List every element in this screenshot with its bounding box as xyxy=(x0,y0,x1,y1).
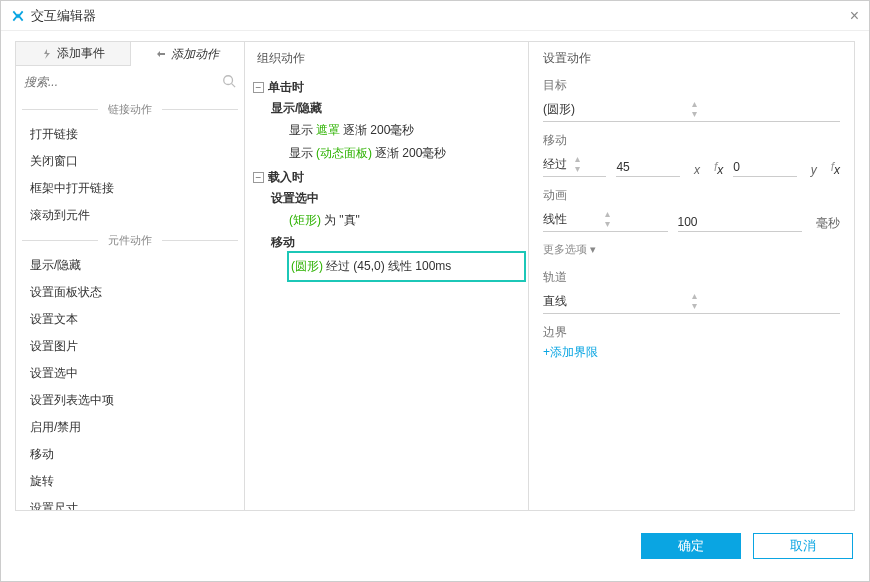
track-dropdown[interactable]: 直线 ▴▾ xyxy=(543,289,840,314)
cancel-button[interactable]: 取消 xyxy=(753,533,853,559)
stepper-icon: ▴▾ xyxy=(575,154,607,174)
tab-add-action[interactable]: 添加动作 xyxy=(131,42,245,66)
tab-add-event[interactable]: 添加事件 xyxy=(16,42,131,66)
action-node-showhide[interactable]: 显示/隐藏 xyxy=(271,98,520,119)
collapse-icon[interactable]: − xyxy=(253,172,264,183)
field-animate: 动画 线性 ▴▾ 毫秒 xyxy=(543,187,840,232)
ok-button[interactable]: 确定 xyxy=(641,533,741,559)
action-item[interactable]: 设置图片 xyxy=(16,333,244,360)
group-widget-actions: 元件动作 xyxy=(22,233,238,248)
stepper-icon: ▴▾ xyxy=(692,291,841,311)
action-leaf-selected[interactable]: (圆形) 经过 (45,0) 线性 100ms xyxy=(287,251,526,282)
action-item[interactable]: 打开链接 xyxy=(16,121,244,148)
middle-panel: 组织动作 −单击时 显示/隐藏 显示 遮罩 逐渐 200毫秒 显示 (动态面板)… xyxy=(244,41,529,511)
settings-header: 设置动作 xyxy=(543,50,840,67)
action-item[interactable]: 设置面板状态 xyxy=(16,279,244,306)
move-type-dropdown[interactable]: 经过 ▴▾ xyxy=(543,152,606,177)
svg-line-1 xyxy=(232,83,236,87)
field-move: 移动 经过 ▴▾ x fx y fx xyxy=(543,132,840,177)
field-target: 目标 (圆形) ▴▾ xyxy=(543,77,840,122)
field-bounds: 边界 +添加界限 xyxy=(543,324,840,361)
duration-input[interactable] xyxy=(678,213,803,232)
stepper-icon: ▴▾ xyxy=(605,209,667,229)
action-item[interactable]: 框架中打开链接 xyxy=(16,175,244,202)
action-node-setselected[interactable]: 设置选中 xyxy=(271,188,520,209)
action-item[interactable]: 启用/禁用 xyxy=(16,414,244,441)
app-logo-icon xyxy=(11,9,25,23)
search-input[interactable] xyxy=(24,71,222,93)
move-y-input[interactable] xyxy=(733,158,796,177)
action-item[interactable]: 设置尺寸 xyxy=(16,495,244,510)
action-node-move[interactable]: 移动 xyxy=(271,232,520,253)
window-title: 交互编辑器 xyxy=(31,7,96,25)
action-item[interactable]: 关闭窗口 xyxy=(16,148,244,175)
titlebar: 交互编辑器 × xyxy=(1,1,869,31)
organize-header: 组织动作 xyxy=(245,42,528,75)
action-item[interactable]: 设置列表选中项 xyxy=(16,387,244,414)
group-link-actions: 链接动作 xyxy=(22,102,238,117)
target-dropdown[interactable]: (圆形) ▴▾ xyxy=(543,97,840,122)
close-icon[interactable]: × xyxy=(850,7,859,25)
collapse-icon[interactable]: − xyxy=(253,82,264,93)
action-leaf[interactable]: 显示 (动态面板) 逐渐 200毫秒 xyxy=(271,142,520,165)
action-icon xyxy=(155,48,167,60)
action-item[interactable]: 设置选中 xyxy=(16,360,244,387)
main-area: 添加事件 添加动作 链接动作 打开链接 关闭窗口 框架中打开链接 滚动到元件 元… xyxy=(1,31,869,521)
svg-point-0 xyxy=(224,75,233,84)
easing-dropdown[interactable]: 线性 ▴▾ xyxy=(543,207,668,232)
search-icon[interactable] xyxy=(222,74,236,91)
action-leaf[interactable]: 显示 遮罩 逐渐 200毫秒 xyxy=(271,119,520,142)
action-item[interactable]: 设置文本 xyxy=(16,306,244,333)
event-node-load[interactable]: −载入时 设置选中 (矩形) 为 "真" 移动 (圆形) 经过 (45,0) 线… xyxy=(253,167,520,282)
action-list: 链接动作 打开链接 关闭窗口 框架中打开链接 滚动到元件 元件动作 显示/隐藏 … xyxy=(16,98,244,510)
add-bounds-link[interactable]: +添加界限 xyxy=(543,344,840,361)
right-panel: 设置动作 目标 (圆形) ▴▾ 移动 经过 ▴▾ x xyxy=(528,41,855,511)
left-tabs: 添加事件 添加动作 xyxy=(16,42,244,66)
stepper-icon: ▴▾ xyxy=(692,99,841,119)
event-node-click[interactable]: −单击时 显示/隐藏 显示 遮罩 逐渐 200毫秒 显示 (动态面板) 逐渐 2… xyxy=(253,77,520,165)
move-x-input[interactable] xyxy=(616,158,679,177)
fx-icon[interactable]: fx xyxy=(831,160,840,177)
fx-icon[interactable]: fx xyxy=(714,160,723,177)
field-track: 轨道 直线 ▴▾ xyxy=(543,269,840,314)
left-panel: 添加事件 添加动作 链接动作 打开链接 关闭窗口 框架中打开链接 滚动到元件 元… xyxy=(15,41,245,511)
action-item[interactable]: 滚动到元件 xyxy=(16,202,244,229)
action-leaf[interactable]: (矩形) 为 "真" xyxy=(271,209,520,232)
bolt-icon xyxy=(41,48,53,60)
footer: 确定 取消 xyxy=(1,521,869,571)
action-item[interactable]: 移动 xyxy=(16,441,244,468)
more-options-toggle[interactable]: 更多选项 ▾ xyxy=(543,242,840,257)
action-tree: −单击时 显示/隐藏 显示 遮罩 逐渐 200毫秒 显示 (动态面板) 逐渐 2… xyxy=(245,77,528,282)
search-wrap xyxy=(16,66,244,98)
action-item[interactable]: 显示/隐藏 xyxy=(16,252,244,279)
action-item[interactable]: 旋转 xyxy=(16,468,244,495)
